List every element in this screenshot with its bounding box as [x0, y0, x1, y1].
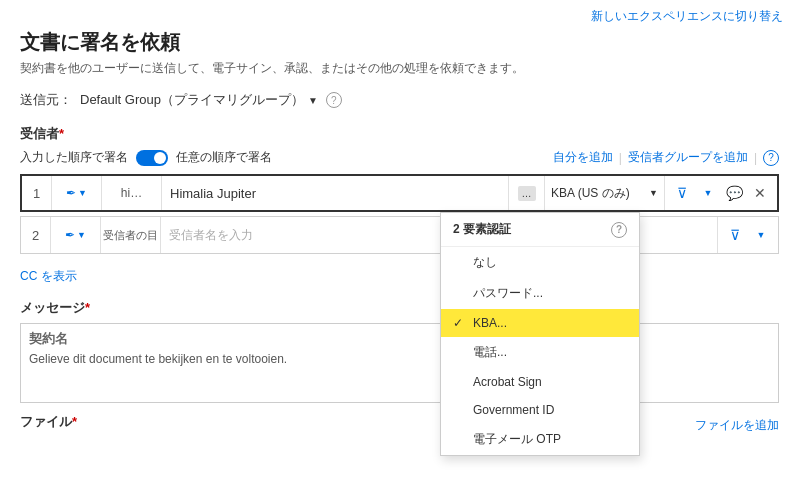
- recipients-label: 受信者: [20, 126, 59, 141]
- row-num-1: 1: [22, 176, 52, 210]
- row-name-short-2: 受信者の目: [101, 217, 161, 253]
- new-experience-link[interactable]: 新しいエクスペリエンスに切り替え: [591, 9, 783, 23]
- auth-chevron-1: ▼: [649, 188, 658, 198]
- page-subtitle: 契約書を他のユーザーに送信して、電子サイン、承認、またはその他の処理を依頼できま…: [20, 60, 779, 77]
- add-self-link[interactable]: 自分を追加: [553, 149, 613, 166]
- dropdown-item-4[interactable]: Acrobat Sign: [441, 368, 639, 396]
- message-label: メッセージ: [20, 300, 85, 315]
- dropdown-label-2: KBA...: [473, 316, 507, 330]
- order-toggle[interactable]: [136, 150, 168, 166]
- chevron-down-action-2[interactable]: ▼: [750, 224, 772, 246]
- comment-icon-1[interactable]: 💬: [723, 182, 745, 204]
- required-star: *: [59, 126, 64, 141]
- page-title: 文書に署名を依頼: [20, 29, 779, 56]
- dropdown-item-3[interactable]: 電話...: [441, 337, 639, 368]
- row-name-full-1: Himalia Jupiter: [162, 176, 509, 210]
- help-recipients-icon[interactable]: ?: [763, 150, 779, 166]
- dropdown-header-label: 2 要素認証: [453, 221, 511, 238]
- row-role-icon-2[interactable]: ✒ ▼: [51, 217, 101, 253]
- order-label-2: 任意の順序で署名: [176, 149, 272, 166]
- message-box[interactable]: 契約名 Gelieve dit document te bekijken en …: [20, 323, 779, 403]
- name-placeholder-2: 受信者名を入力: [169, 227, 253, 244]
- dropdown-label-5: Government ID: [473, 403, 554, 417]
- email-icon-1: …: [518, 186, 536, 201]
- help-icon[interactable]: ?: [326, 92, 342, 108]
- chevron-down-icon: ▼: [308, 95, 318, 106]
- row-num-2: 2: [21, 217, 51, 253]
- sender-select[interactable]: Default Group（プライマリグループ） ▼: [80, 91, 318, 109]
- filter-icon-1[interactable]: ⊽: [671, 182, 693, 204]
- sender-label: 送信元：: [20, 91, 72, 109]
- chevron-down-action-1[interactable]: ▼: [697, 182, 719, 204]
- recipient-row-1: 1 ✒ ▼ hi… Himalia Jupiter … KBA (US のみ) …: [20, 174, 779, 212]
- message-required-star: *: [85, 300, 90, 315]
- dropdown-item-0[interactable]: なし: [441, 247, 639, 278]
- file-label: ファイル: [20, 414, 72, 429]
- close-icon-1[interactable]: ✕: [749, 182, 771, 204]
- row-auth-1[interactable]: KBA (US のみ) ▼: [545, 176, 665, 210]
- filter-icon-2[interactable]: ⊽: [724, 224, 746, 246]
- message-title: 契約名: [29, 330, 770, 348]
- dropdown-label-1: パスワード...: [473, 285, 543, 302]
- row-name-short-1: hi…: [102, 176, 162, 210]
- order-label-1: 入力した順序で署名: [20, 149, 128, 166]
- dropdown-label-4: Acrobat Sign: [473, 375, 542, 389]
- dropdown-label-3: 電話...: [473, 344, 507, 361]
- add-group-link[interactable]: 受信者グループを追加: [628, 149, 748, 166]
- dropdown-item-2[interactable]: ✓ KBA...: [441, 309, 639, 337]
- dropdown-label-6: 電子メール OTP: [473, 431, 561, 448]
- top-link-bar: 新しいエクスペリエンスに切り替え: [0, 0, 799, 29]
- dropdown-item-5[interactable]: Government ID: [441, 396, 639, 424]
- row-email-icon-1[interactable]: …: [509, 176, 545, 210]
- chevron-icon-2: ▼: [77, 230, 86, 240]
- sender-value: Default Group（プライマリグループ）: [80, 91, 304, 109]
- dropdown-menu: 2 要素認証 ? なし パスワード... ✓ KBA... 電話... Ac: [440, 212, 640, 456]
- dropdown-label-0: なし: [473, 254, 497, 271]
- chevron-icon-1: ▼: [78, 188, 87, 198]
- dropdown-item-1[interactable]: パスワード...: [441, 278, 639, 309]
- file-add-link[interactable]: ファイルを追加: [695, 417, 779, 434]
- pen-icon-2: ✒: [65, 228, 75, 242]
- cc-link[interactable]: CC を表示: [20, 268, 77, 285]
- row-role-icon-1[interactable]: ✒ ▼: [52, 176, 102, 210]
- message-body: Gelieve dit document te bekijken en te v…: [29, 352, 770, 366]
- dropdown-help-icon[interactable]: ?: [611, 222, 627, 238]
- pen-icon-1: ✒: [66, 186, 76, 200]
- dropdown-item-6[interactable]: 電子メール OTP: [441, 424, 639, 455]
- file-required-star: *: [72, 414, 77, 429]
- recipient-row-2: 2 ✒ ▼ 受信者の目 受信者名を入力 ⊽ ▼: [20, 216, 779, 254]
- auth-label-1: KBA (US のみ): [551, 185, 630, 202]
